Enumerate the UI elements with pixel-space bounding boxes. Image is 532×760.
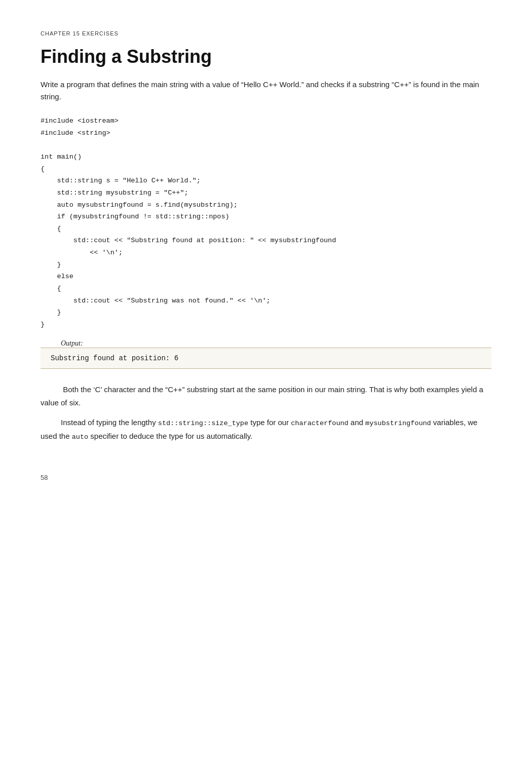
body-code-3: mysubstringfound	[365, 420, 431, 427]
code-block: #include <iostream> #include <string> in…	[41, 115, 491, 330]
output-label: Output:	[61, 339, 491, 348]
body-code-4: auto	[72, 433, 88, 441]
body-p2-final: specifier to deduce the type for us auto…	[88, 432, 252, 440]
page-number: 58	[41, 474, 491, 481]
body-p2-middle: type for our	[248, 418, 291, 427]
output-box: Substring found at position: 6	[41, 348, 491, 369]
body-code-2: characterfound	[291, 420, 348, 427]
chapter-label: CHAPTER 15 EXERCISES	[41, 30, 491, 36]
body-paragraph-1: Both the ‘C’ character and the “C++” sub…	[41, 383, 491, 409]
body-p2-before: Instead of typing the lengthy	[61, 418, 158, 427]
intro-paragraph: Write a program that defines the main st…	[41, 79, 491, 103]
body-paragraph-2: Instead of typing the lengthy std::strin…	[41, 416, 491, 443]
body-p2-after: and	[349, 418, 365, 427]
body-code-1: std::string::size_type	[158, 420, 248, 427]
page-title: Finding a Substring	[41, 46, 491, 67]
